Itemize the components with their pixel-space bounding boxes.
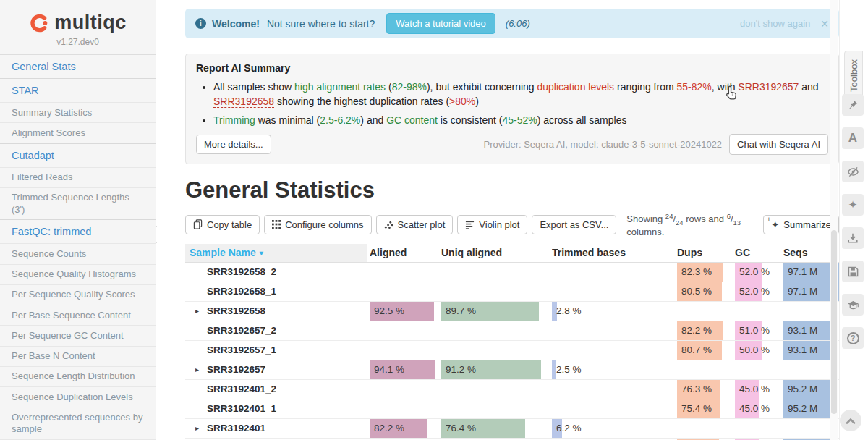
- table-row: SRR3192401_276.3 %45.0 %95.2 M: [185, 380, 839, 399]
- sidebar-item[interactable]: Sequence Counts: [0, 243, 156, 263]
- ai-summary-bullets: All samples show high alignment rates (8…: [213, 80, 828, 127]
- provider-label: Provider: Seqera AI, model: claude-3-5-s…: [484, 139, 723, 150]
- download-icon: [847, 232, 859, 244]
- header-dups[interactable]: Dups: [677, 244, 733, 262]
- table-toolbar: Copy table Configure columns: [185, 212, 839, 237]
- sample-link[interactable]: SRR3192658: [213, 96, 274, 108]
- sidebar-item[interactable]: Per Base N Content: [0, 346, 156, 366]
- sidebar-item[interactable]: Per Sequence Quality Scores: [0, 284, 156, 305]
- ai-button[interactable]: ✦: [842, 194, 864, 216]
- scatter-plot-button[interactable]: Scatter plot: [376, 215, 454, 234]
- cell-trimmed: [552, 321, 675, 340]
- cell-gc: 52.0 %: [735, 282, 781, 301]
- header-sample-name[interactable]: Sample Name ▾: [185, 244, 367, 262]
- export-csv-button[interactable]: Export as CSV...: [532, 215, 616, 234]
- font-size-button[interactable]: A: [842, 127, 864, 149]
- violin-plot-button[interactable]: Violin plot: [457, 215, 527, 234]
- sidebar-item[interactable]: General Stats: [0, 55, 156, 78]
- chat-with-seqera-button[interactable]: Chat with Seqera AI: [729, 134, 828, 155]
- table-row: SRR3192658_282.3 %52.0 %97.1 M: [185, 263, 839, 282]
- sidebar-item[interactable]: Per Sequence GC Content: [0, 325, 156, 345]
- sample-name-cell[interactable]: ▸SRR3192401: [185, 419, 367, 438]
- sidebar-item[interactable]: Per Base Sequence Content: [0, 305, 156, 325]
- sample-name-cell[interactable]: SRR3192401_1: [185, 399, 367, 418]
- table-row: SRR3192657_282.2 %51.0 %93.1 M: [185, 321, 839, 341]
- copy-table-button[interactable]: Copy table: [185, 215, 260, 234]
- help-button[interactable]: ?: [842, 327, 864, 349]
- sample-name-cell[interactable]: ▸SRR3192657: [185, 360, 367, 379]
- cell-aligned: [370, 341, 439, 360]
- hide-samples-button[interactable]: [842, 161, 864, 182]
- close-icon[interactable]: ✕: [820, 18, 829, 30]
- vertical-scrollbar-thumb[interactable]: [831, 230, 837, 414]
- expand-icon[interactable]: ▸: [195, 307, 199, 315]
- cell-gc: 45.0 %: [735, 399, 781, 418]
- expand-icon[interactable]: ▸: [195, 424, 199, 432]
- text-segment: 45-52%: [502, 114, 537, 126]
- report-ai-summary: Report AI Summary All samples show high …: [185, 54, 839, 164]
- cell-value: 80.5 %: [677, 286, 712, 297]
- pin-button[interactable]: [842, 94, 864, 116]
- sidebar-item[interactable]: Overrepresented sequences by sample: [0, 407, 156, 439]
- cell-value: 45.0 %: [735, 384, 770, 394]
- cell-value: 80.7 %: [677, 344, 712, 355]
- expand-icon[interactable]: ▸: [195, 365, 199, 373]
- sidebar: multiqc v1.27.dev0 General StatsSTARSumm…: [0, 0, 156, 440]
- table-row: ▸SRR319240182.2 %76.4 %6.2 %: [185, 419, 839, 439]
- sample-name: SRR3192658_2: [207, 266, 276, 277]
- cell-trimmed: [552, 263, 675, 282]
- sidebar-item[interactable]: Summary Statistics: [0, 102, 156, 122]
- sample-name-cell[interactable]: SRR3192658_1: [185, 282, 367, 301]
- dont-show-again-link[interactable]: don't show again: [740, 18, 810, 29]
- header-gc[interactable]: GC: [735, 244, 781, 262]
- sample-name-cell[interactable]: SRR3192401_2: [185, 380, 367, 399]
- sidebar-item[interactable]: STAR: [0, 78, 156, 102]
- cell-value: 82.3 %: [677, 266, 712, 277]
- watch-tutorial-button[interactable]: Watch a tutorial video: [386, 13, 495, 34]
- header-aligned[interactable]: Aligned: [370, 244, 439, 262]
- save-button[interactable]: [842, 261, 864, 282]
- cell-dups: 82.3 %: [677, 263, 733, 282]
- sample-name-cell[interactable]: ▸SRR3192658: [185, 302, 367, 321]
- cell-dups: 76.3 %: [677, 380, 733, 399]
- back-to-top-button[interactable]: [840, 410, 861, 431]
- sidebar-item[interactable]: FastQC: trimmed: [0, 219, 156, 243]
- sidebar-item[interactable]: Sequence Length Distribution: [0, 366, 156, 386]
- cell-trimmed: [552, 341, 675, 360]
- download-button[interactable]: [842, 227, 864, 249]
- cell-gc: 52.0 %: [735, 263, 781, 282]
- cell-uniq: [441, 321, 550, 340]
- question-icon: ?: [847, 332, 859, 344]
- sidebar-item[interactable]: Filtered Reads: [0, 167, 156, 187]
- toolbox-tab[interactable]: Toolbox: [844, 51, 863, 100]
- sample-name-cell[interactable]: SRR3192657_1: [185, 341, 367, 360]
- cell-aligned: [370, 399, 439, 418]
- summarize-button[interactable]: +✦ Summarize: [763, 215, 839, 234]
- sample-name-cell[interactable]: SRR3192658_2: [185, 263, 367, 282]
- sidebar-item[interactable]: Cutadapt: [0, 143, 156, 167]
- chevron-up-icon: [846, 418, 856, 424]
- eye-slash-icon: [847, 166, 859, 177]
- cell-uniq: 89.7 %: [441, 302, 550, 321]
- sample-name: SRR3192658_1: [207, 286, 276, 297]
- header-trimmed-bases[interactable]: Trimmed bases: [552, 244, 675, 262]
- sample-link[interactable]: SRR3192657: [738, 81, 799, 93]
- table-row: SRR3192401_175.4 %45.0 %95.2 M: [185, 399, 839, 419]
- sidebar-item[interactable]: Alignment Scores: [0, 122, 156, 143]
- more-details-button[interactable]: More details...: [196, 135, 271, 154]
- cell-value: 2.5 %: [552, 364, 582, 375]
- cell-gc: 50.0 %: [735, 341, 781, 360]
- header-uniq-aligned[interactable]: Uniq aligned: [441, 244, 550, 262]
- cell-trimmed: [552, 380, 675, 399]
- sidebar-item[interactable]: Trimmed Sequence Lengths (3'): [0, 187, 156, 220]
- table-row: ▸SRR319265892.5 %89.7 %2.8 %: [185, 302, 839, 321]
- configure-columns-button[interactable]: Configure columns: [264, 215, 371, 234]
- cell-gc: [735, 419, 781, 438]
- tutorial-button[interactable]: [842, 294, 864, 316]
- graduation-cap-icon: [847, 300, 859, 310]
- multiqc-logo[interactable]: multiqc: [6, 12, 150, 34]
- sample-name-cell[interactable]: SRR3192657_2: [185, 321, 367, 340]
- sidebar-item[interactable]: Sequence Quality Histograms: [0, 264, 156, 284]
- sidebar-item[interactable]: Sequence Duplication Levels: [0, 386, 156, 407]
- cell-value: 2.8 %: [552, 305, 582, 316]
